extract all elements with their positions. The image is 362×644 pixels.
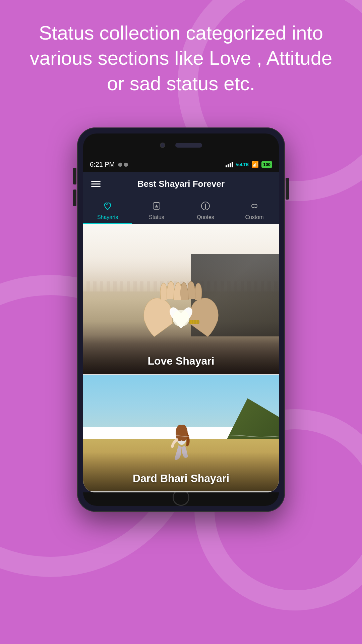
battery-icon: 100 [261,161,272,168]
tab-bar: Shayaris Status [83,196,279,224]
volume-down-button[interactable] [73,190,76,206]
power-button[interactable] [286,178,289,200]
quotes-icon [200,201,211,213]
svg-point-4 [173,310,189,327]
volume-up-button[interactable] [73,168,76,184]
phone-top-bezel [83,133,279,157]
header-text: Status collection categorized into vario… [0,20,362,96]
tab-shayaris[interactable]: Shayaris [83,196,132,224]
hamburger-line [91,186,101,187]
status-time: 6:21 PM [90,161,115,168]
card-dard-bhari[interactable]: Dard Bhari Shayari [83,375,279,492]
svg-rect-8 [196,320,197,324]
card-list: Love Shayari [83,224,279,492]
custom-icon [249,201,260,213]
tab-shayaris-label: Shayaris [97,214,118,220]
status-bar: 6:21 PM ⬤ ⬤ VoLTE 📶 100 [83,157,279,172]
wave-overlay [83,433,279,437]
svg-point-2 [205,204,206,205]
tab-quotes-label: Quotes [197,214,214,220]
tab-quotes[interactable]: Quotes [181,196,230,224]
app-bar: Best Shayari Forever [83,172,279,196]
status-icon [151,201,162,213]
hamburger-line [91,183,101,184]
svg-rect-6 [190,320,192,324]
phone-speaker [175,143,202,148]
card-love-overlay: Love Shayari [83,335,279,374]
status-left: 6:21 PM ⬤ ⬤ [90,161,128,168]
volte-label: VoLTE [236,162,249,167]
hamburger-menu-button[interactable] [91,181,101,187]
svg-rect-7 [193,320,194,324]
card-sad-overlay: Dard Bhari Shayari [83,452,279,491]
wifi-icon: 📶 [251,161,259,168]
status-right: VoLTE 📶 100 [226,161,272,168]
card-love-shayari[interactable]: Love Shayari [83,224,279,375]
app-title: Best Shayari Forever [107,179,255,189]
signal-icon [226,161,233,167]
card-love-title: Love Shayari [147,355,214,367]
phone-mockup: 6:21 PM ⬤ ⬤ VoLTE 📶 100 [77,127,285,512]
hamburger-line [91,181,101,182]
shayaris-icon [102,201,113,213]
phone-bottom-bezel [83,492,279,506]
front-camera [160,143,165,148]
tab-custom[interactable]: Custom [230,196,279,224]
phone-screen: Best Shayari Forever Shayaris [83,172,279,492]
tab-status-label: Status [149,214,164,220]
card-dard-title: Dard Bhari Shayari [133,472,229,484]
status-dots: ⬤ ⬤ [118,162,128,167]
tab-status[interactable]: Status [132,196,181,224]
tab-custom-label: Custom [245,214,263,220]
